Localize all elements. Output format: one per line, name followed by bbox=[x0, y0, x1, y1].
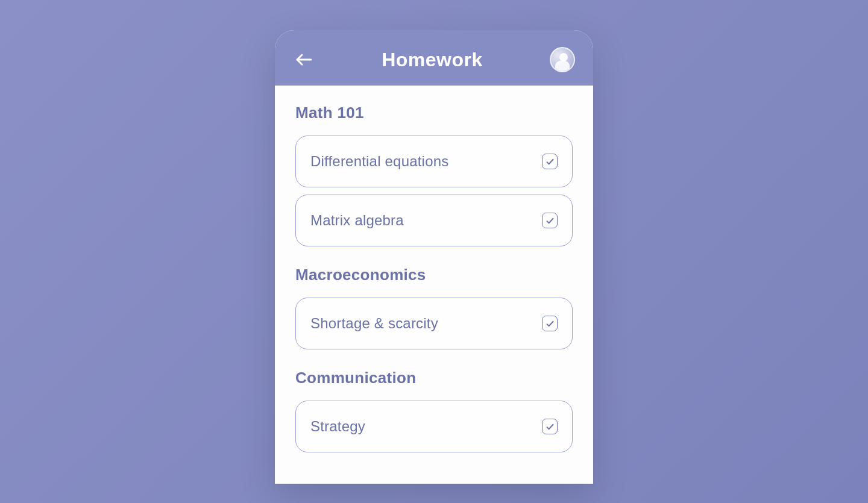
page-title: Homework bbox=[382, 49, 483, 71]
check-icon bbox=[546, 216, 555, 225]
check-icon bbox=[546, 422, 555, 431]
task-label: Differential equations bbox=[310, 153, 448, 170]
avatar[interactable] bbox=[550, 47, 575, 72]
section-title: Macroeconomics bbox=[295, 266, 573, 284]
arrow-left-icon bbox=[295, 52, 312, 67]
section-macroeconomics: Macroeconomics Shortage & scarcity bbox=[295, 266, 573, 349]
section-title: Math 101 bbox=[295, 104, 573, 122]
app-header: Homework bbox=[275, 30, 593, 86]
task-checkbox[interactable] bbox=[542, 213, 558, 228]
task-checkbox[interactable] bbox=[542, 154, 558, 169]
task-card[interactable]: Differential equations bbox=[295, 136, 573, 187]
check-icon bbox=[546, 319, 555, 328]
task-card[interactable]: Shortage & scarcity bbox=[295, 298, 573, 349]
task-label: Matrix algebra bbox=[310, 212, 404, 229]
section-communication: Communication Strategy bbox=[295, 369, 573, 452]
task-checkbox[interactable] bbox=[542, 316, 558, 331]
section-title: Communication bbox=[295, 369, 573, 387]
content-area: Math 101 Differential equations Matrix a… bbox=[275, 86, 593, 484]
task-card[interactable]: Matrix algebra bbox=[295, 195, 573, 246]
task-card[interactable]: Strategy bbox=[295, 401, 573, 452]
task-checkbox[interactable] bbox=[542, 419, 558, 434]
app-frame: Homework Math 101 Differential equations… bbox=[275, 30, 593, 484]
task-label: Strategy bbox=[310, 418, 365, 435]
task-label: Shortage & scarcity bbox=[310, 315, 438, 332]
section-math: Math 101 Differential equations Matrix a… bbox=[295, 104, 573, 246]
check-icon bbox=[546, 157, 555, 166]
back-button[interactable] bbox=[293, 49, 315, 70]
